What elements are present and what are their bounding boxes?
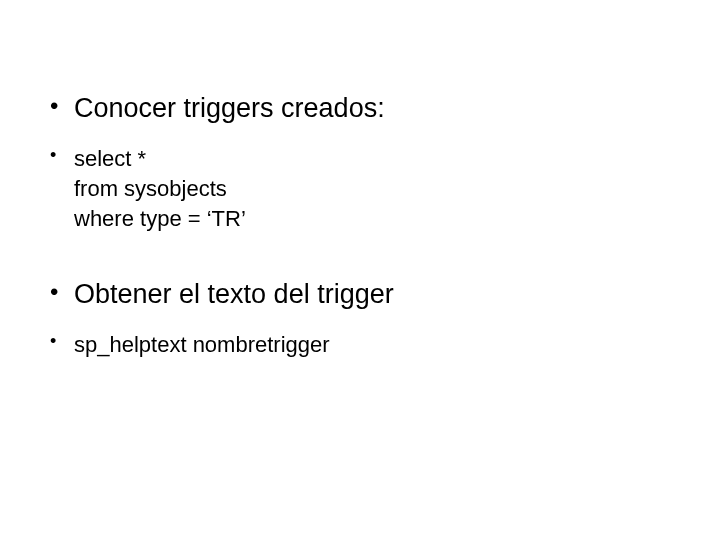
bullet-icon: • [50,90,60,122]
bullet-text: Conocer triggers creados: [74,90,385,126]
list-item: • Conocer triggers creados: [50,90,670,126]
bullet-icon: • [50,144,60,167]
bullet-text: Obtener el texto del trigger [74,276,394,312]
list-item: • select * from sysobjects where type = … [50,144,670,233]
bullet-text: sp_helptext nombretrigger [74,330,330,360]
bullet-icon: • [50,276,60,308]
bullet-icon: • [50,330,60,353]
list-item: • sp_helptext nombretrigger [50,330,670,360]
list-item: • Obtener el texto del trigger [50,276,670,312]
bullet-text: select * from sysobjects where type = ‘T… [74,144,246,233]
slide-content: • Conocer triggers creados: • select * f… [50,90,670,360]
